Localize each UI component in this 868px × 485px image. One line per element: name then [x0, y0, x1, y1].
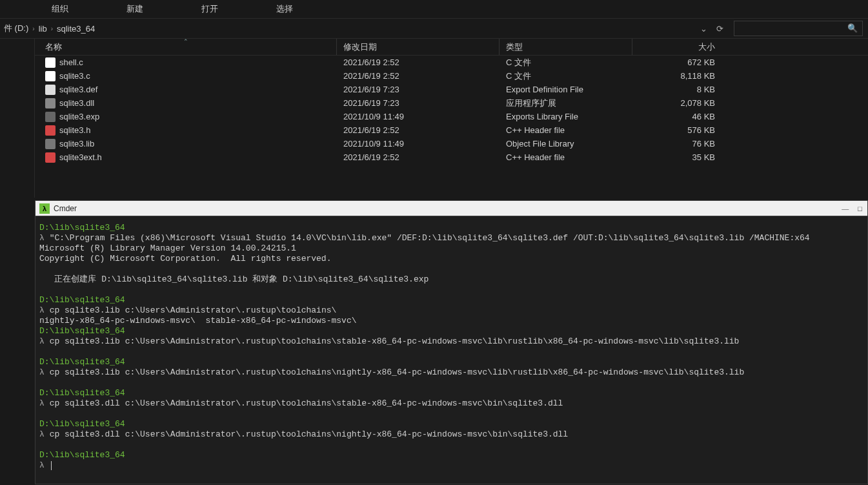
file-name: sqlite3.h — [59, 125, 90, 135]
col-type[interactable]: 类型 — [500, 39, 632, 55]
file-name: sqlite3.exp — [59, 112, 99, 121]
file-size: 46 KB — [692, 112, 715, 121]
file-size: 2,078 KB — [681, 98, 716, 108]
terminal-title: Cmder — [54, 204, 77, 213]
file-row[interactable]: sqlite3.c2021/6/19 2:52C 文件8,118 KB — [35, 69, 868, 83]
menu-select[interactable]: 选择 — [276, 3, 293, 15]
nav-pane[interactable] — [0, 39, 35, 198]
file-date: 2021/6/19 2:52 — [343, 71, 399, 81]
breadcrumb-seg-sqlite[interactable]: sqlite3_64 — [57, 24, 95, 34]
file-type: Object File Library — [506, 139, 574, 149]
file-name: sqlite3.def — [59, 85, 97, 94]
col-size[interactable]: 大小 — [632, 39, 722, 55]
chevron-right-icon: › — [51, 25, 53, 32]
breadcrumb-seg-lib[interactable]: lib — [39, 24, 47, 34]
file-type: C 文件 — [506, 70, 531, 82]
file-icon — [45, 98, 56, 108]
file-list: ⌃ 名称 修改日期 类型 大小 shell.c2021/6/19 2:52C 文… — [35, 39, 868, 198]
file-icon — [45, 57, 56, 68]
col-name[interactable]: ⌃ 名称 — [35, 39, 337, 55]
file-rows: shell.c2021/6/19 2:52C 文件672 KBsqlite3.c… — [35, 56, 868, 198]
file-icon — [45, 152, 56, 163]
file-row[interactable]: shell.c2021/6/19 2:52C 文件672 KB — [35, 56, 868, 69]
sort-asc-icon: ⌃ — [183, 38, 188, 45]
file-name: sqlite3.c — [59, 71, 90, 81]
file-name: sqlite3ext.h — [59, 152, 102, 162]
col-name-label: 名称 — [45, 41, 62, 53]
file-date: 2021/6/19 2:52 — [343, 57, 399, 67]
file-icon — [45, 85, 56, 95]
cmder-icon: λ — [39, 203, 50, 214]
file-icon — [45, 112, 56, 122]
file-name: shell.c — [59, 57, 83, 67]
refresh-icon[interactable]: ⟳ — [716, 24, 723, 34]
file-size: 576 KB — [687, 125, 715, 135]
breadcrumb-seg-drive[interactable]: 件 (D:) — [4, 23, 28, 34]
search-wrap: 🔍 — [730, 21, 868, 36]
file-size: 8,118 KB — [681, 71, 716, 81]
col-type-label: 类型 — [506, 41, 523, 53]
file-type: C++ Header file — [506, 152, 565, 162]
terminal-window: λ Cmder — □ D:\lib\sqlite3_64λ "C:\Progr… — [35, 200, 868, 484]
file-type: Export Definition File — [506, 85, 583, 94]
terminal-titlebar[interactable]: λ Cmder — □ — [35, 201, 867, 216]
col-date[interactable]: 修改日期 — [337, 39, 500, 55]
file-date: 2021/10/9 11:49 — [343, 139, 404, 149]
menu-organize[interactable]: 组织 — [52, 3, 68, 15]
file-date: 2021/6/19 7:23 — [343, 98, 399, 108]
file-row[interactable]: sqlite3.def2021/6/19 7:23Export Definiti… — [35, 83, 868, 96]
file-size: 35 KB — [692, 152, 715, 162]
file-type: C++ Header file — [506, 125, 565, 135]
file-icon — [45, 139, 56, 149]
menu-open[interactable]: 打开 — [201, 3, 218, 15]
file-type: Exports Library File — [506, 112, 578, 121]
file-row[interactable]: sqlite3.h2021/6/19 2:52C++ Header file57… — [35, 123, 868, 137]
explorer-menubar: 组织 新建 打开 选择 — [0, 0, 868, 18]
maximize-button[interactable]: □ — [858, 205, 862, 212]
chevron-right-icon: › — [32, 25, 34, 32]
file-size: 672 KB — [687, 57, 715, 67]
col-size-label: 大小 — [698, 41, 715, 53]
chevron-down-icon[interactable]: ⌄ — [700, 24, 707, 34]
menu-new[interactable]: 新建 — [126, 3, 143, 15]
file-date: 2021/6/19 2:52 — [343, 152, 399, 162]
column-headers: ⌃ 名称 修改日期 类型 大小 — [35, 39, 868, 56]
file-icon — [45, 71, 56, 81]
file-size: 76 KB — [692, 139, 715, 149]
file-row[interactable]: sqlite3.dll2021/6/19 7:23应用程序扩展2,078 KB — [35, 96, 868, 110]
file-date: 2021/6/19 2:52 — [343, 125, 399, 135]
file-icon — [45, 125, 56, 136]
file-row[interactable]: sqlite3.exp2021/10/9 11:49Exports Librar… — [35, 110, 868, 123]
file-type: 应用程序扩展 — [506, 98, 556, 109]
terminal-body[interactable]: D:\lib\sqlite3_64λ "C:\Program Files (x8… — [35, 216, 867, 484]
file-type: C 文件 — [506, 57, 531, 68]
col-date-label: 修改日期 — [343, 41, 377, 53]
search-icon[interactable]: 🔍 — [847, 23, 858, 33]
breadcrumb[interactable]: 件 (D:) › lib › sqlite3_64 — [1, 23, 694, 34]
file-row[interactable]: sqlite3ext.h2021/6/19 2:52C++ Header fil… — [35, 150, 868, 164]
minimize-button[interactable]: — — [842, 205, 849, 212]
file-name: sqlite3.lib — [59, 139, 94, 149]
file-name: sqlite3.dll — [59, 98, 94, 108]
address-bar-row: 件 (D:) › lib › sqlite3_64 ⌄ ⟳ 🔍 — [0, 18, 868, 39]
search-input[interactable] — [734, 21, 863, 36]
file-size: 8 KB — [697, 85, 715, 94]
file-date: 2021/6/19 7:23 — [343, 85, 399, 94]
file-date: 2021/10/9 11:49 — [343, 112, 404, 121]
file-row[interactable]: sqlite3.lib2021/10/9 11:49Object File Li… — [35, 137, 868, 150]
